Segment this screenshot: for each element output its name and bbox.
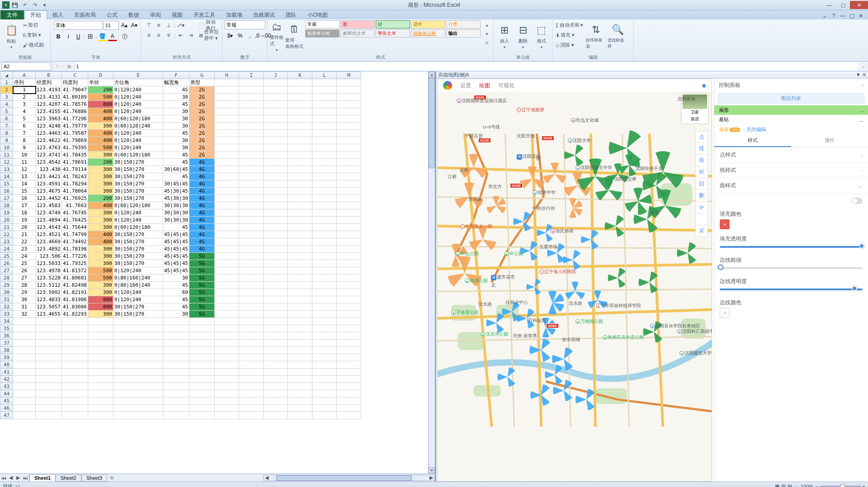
cell[interactable]: 30|150|270 [113,231,163,238]
cell[interactable] [239,130,263,137]
cell[interactable]: 800 [88,296,113,303]
cell[interactable] [61,332,88,340]
delete-button[interactable]: ⊟删除▾ [514,20,531,52]
cell[interactable]: 30|150|270 [113,188,163,195]
undo-icon[interactable]: ↶ [20,1,29,9]
cell[interactable] [263,130,288,137]
cell[interactable]: 0|120|240 [113,289,163,296]
cell[interactable]: 123.4763 [36,144,62,151]
select-all-corner[interactable]: ◢ [0,72,13,79]
cell[interactable]: 类型 [189,79,214,86]
percent-icon[interactable]: % [236,31,245,40]
prop-line-style[interactable]: 线样式› [714,163,868,178]
map-tool-6[interactable]: ⟳ [695,202,708,213]
cell[interactable] [239,137,263,144]
cell[interactable]: 41.82293 [61,311,88,318]
align-center-icon[interactable]: ≡ [154,31,163,40]
formula-expand-icon[interactable]: ⌄ [859,63,868,69]
cell[interactable] [288,94,312,101]
cell[interactable] [13,347,36,354]
cell[interactable]: 300 [88,166,113,173]
cell[interactable] [239,253,263,260]
map-tab-settings[interactable]: 设置 [460,82,471,90]
cell[interactable] [336,195,361,202]
cell[interactable] [288,267,312,274]
indent-increase-icon[interactable]: ⇥ [186,31,195,40]
cell[interactable]: 41.78576 [61,101,88,108]
cell[interactable]: 4G [189,166,214,173]
style-link[interactable]: 链接单元格 [411,29,445,38]
cell[interactable] [13,332,36,340]
cell[interactable] [61,397,88,405]
cell[interactable] [288,376,312,383]
cell[interactable]: 8 [13,137,36,144]
cell[interactable]: 123.438 [36,166,62,173]
style-scroll-up-icon[interactable]: ▴ [482,20,491,29]
cell[interactable] [263,311,288,318]
cell[interactable] [336,412,361,419]
cell[interactable] [36,369,62,376]
row-header-18[interactable]: 18 [0,202,13,209]
cell[interactable] [36,340,62,347]
row-header-27[interactable]: 27 [0,267,13,274]
cell[interactable] [163,325,189,332]
cell[interactable] [312,94,336,101]
cell[interactable]: 123.4155 [36,108,62,115]
cell[interactable] [61,340,88,347]
cell[interactable] [263,173,288,180]
cell[interactable] [312,202,336,209]
cell[interactable] [36,347,62,354]
cell[interactable] [239,217,263,224]
tab-开发工具[interactable]: 开发工具 [188,10,221,19]
cell[interactable] [239,151,263,159]
cell[interactable]: 方位角 [113,79,163,86]
cell[interactable]: 800 [88,303,113,311]
cell[interactable]: 18 [13,209,36,217]
cell[interactable] [189,397,214,405]
layer-more-icon[interactable]: ... [859,117,863,123]
cell[interactable] [263,151,288,159]
map-logo-icon[interactable] [443,81,452,90]
cell[interactable] [163,318,189,325]
cell[interactable]: 400 [88,137,113,144]
row-header-42[interactable]: 42 [0,376,13,383]
cell[interactable] [263,260,288,267]
cell[interactable] [239,108,263,115]
mode-fan[interactable]: 扇形103 [719,126,740,133]
cell[interactable] [61,383,88,390]
cell[interactable] [312,86,336,94]
cell[interactable]: 41.81372 [61,267,88,274]
cell[interactable] [214,86,239,94]
cell[interactable] [239,282,263,289]
cell[interactable]: 0|120|240 [113,86,163,94]
tab-负载测试[interactable]: 负载测试 [248,10,280,19]
cell[interactable] [239,231,263,238]
cell[interactable]: 30 [163,137,189,144]
cell[interactable] [336,318,361,325]
tab-团队[interactable]: 团队 [280,10,302,19]
panel-collapse-icon[interactable]: › [862,82,863,88]
row-header-39[interactable]: 39 [0,354,13,361]
close-edit-button[interactable]: 关闭编辑 [746,126,766,133]
col-header-C[interactable]: C [61,72,88,79]
cell[interactable]: 0|80|160|240 [113,274,163,282]
cell[interactable] [312,188,336,195]
cell[interactable] [336,296,361,303]
cell[interactable]: 45 [163,282,189,289]
cell[interactable] [288,224,312,231]
cell[interactable]: 4G [189,188,214,195]
bold-button[interactable]: B [54,32,63,41]
cell[interactable]: 0|120|240 [113,267,163,274]
shrink-font-icon[interactable]: A▾ [130,21,139,30]
cell[interactable] [189,405,214,412]
cell[interactable] [263,369,288,376]
cell[interactable] [239,260,263,267]
cell[interactable]: 17 [13,202,36,209]
cell[interactable]: 300 [88,246,113,253]
cell[interactable] [214,137,239,144]
row-header-20[interactable]: 20 [0,217,13,224]
cell[interactable]: 500 [88,274,113,282]
cell[interactable] [312,144,336,151]
cell[interactable] [239,340,263,347]
cell[interactable] [288,173,312,180]
